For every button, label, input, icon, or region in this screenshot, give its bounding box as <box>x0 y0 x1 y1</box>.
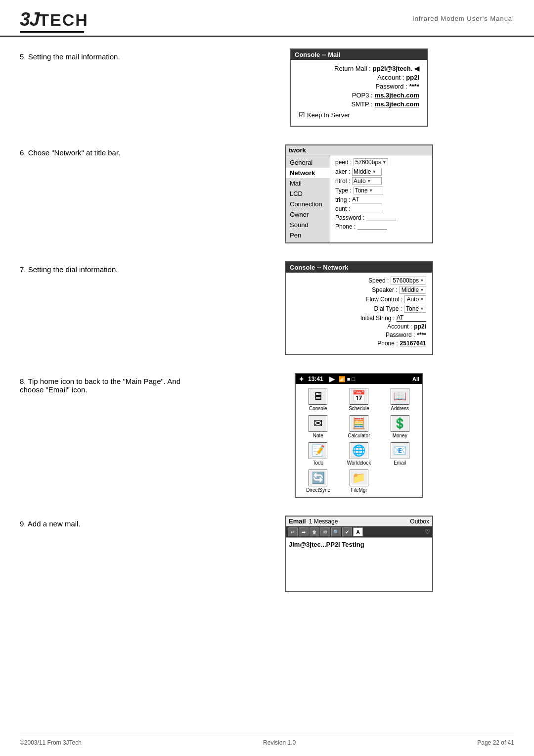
email-list-item[interactable]: Jim@3jtec...PP2I Testing <box>289 541 429 548</box>
cnet-speaker-label: Speaker : <box>372 286 397 293</box>
mail-smtp-value: ms.3jtech.com <box>375 100 419 108</box>
sidebar-owner[interactable]: Owner <box>286 209 330 220</box>
email-toolbar-reply[interactable]: ↵ <box>288 527 298 536</box>
device-screen: ✦ 13:41 ▶ 📶 ■ □ All 🖥 Console 📅 Schedule <box>295 373 423 498</box>
email-toolbar-delete[interactable]: 🗑 <box>310 527 319 536</box>
calculator-icon[interactable]: 🧮 <box>350 415 368 432</box>
cnet-initstring-val[interactable]: AT <box>397 314 426 322</box>
cnet-dialtype-row: Dial Type : Tone ▼ <box>292 305 426 313</box>
device-icon-worldclock[interactable]: 🌐 Worldclock <box>340 442 379 466</box>
cnet-dialtype-val[interactable]: Tone ▼ <box>404 305 426 313</box>
mail-pop3-value: ms.3jtech.com <box>375 92 419 99</box>
email-label: Email <box>394 460 406 466</box>
email-screen-title: Email <box>289 518 306 525</box>
logo-tech: TECH <box>39 10 89 30</box>
step-8-text: 8. Tip home icon to back to the "Main Pa… <box>20 373 188 394</box>
device-icon-calculator[interactable]: 🧮 Calculator <box>340 415 379 438</box>
cnet-account-val: pp2i <box>414 323 426 330</box>
mail-password-value: **** <box>409 83 419 90</box>
step-7-image: Console -- Network Speed : 57600bps ▼ Sp… <box>204 261 514 355</box>
console-mail-body: Return Mail : pp2i@3jtech. ◀ Account : p… <box>291 60 427 126</box>
money-icon[interactable]: 💲 <box>391 415 409 432</box>
email-toolbar-search[interactable]: 🔍 <box>331 527 341 536</box>
sidebar-pen[interactable]: Pen <box>286 230 330 240</box>
cnet-password-row: Password : **** <box>292 331 426 338</box>
mail-account-value: pp2i <box>406 74 419 81</box>
mail-keepinserver-row: ☑ Keep In Server <box>299 111 419 119</box>
worldclock-icon[interactable]: 🌐 <box>350 442 368 459</box>
keepinserver-checkbox[interactable]: ☑ <box>299 111 305 119</box>
logo: 3J TECH <box>20 9 89 33</box>
device-icon-money[interactable]: 💲 Money <box>380 415 419 438</box>
todo-icon[interactable]: 📝 <box>309 442 327 459</box>
device-time: 13:41 <box>308 376 323 382</box>
mail-return-row: Return Mail : pp2i@3jtech. ◀ <box>299 65 419 72</box>
sidebar-connection[interactable]: Connection <box>286 199 330 209</box>
net-account-value[interactable] <box>352 205 382 212</box>
address-icon[interactable]: 📖 <box>391 388 409 405</box>
filemgr-label: FileMgr <box>351 487 367 493</box>
net-dialtype-label: Type : <box>335 187 352 194</box>
mail-password-row: Password : **** <box>299 83 419 90</box>
net-flowcontrol-value[interactable]: Auto ▼ <box>352 177 382 185</box>
network-layout: General Network Mail LCD Connection Owne… <box>286 155 432 242</box>
step-6-image: twork General Network Mail LCD Connectio… <box>204 144 514 243</box>
sidebar-mail[interactable]: Mail <box>286 178 330 189</box>
step-5: 5. Setting the mail information. Console… <box>20 48 514 127</box>
device-battery-icon: ▶ <box>329 375 335 383</box>
mail-pop3-row: POP3 : ms.3jtech.com <box>299 92 419 99</box>
device-icon-note[interactable]: ✉ Note <box>299 415 338 438</box>
device-icon-schedule[interactable]: 📅 Schedule <box>340 388 379 411</box>
cnet-phone-label: Phone : <box>377 340 398 347</box>
step-7-text: 7. Setting the dial information. <box>20 261 188 274</box>
email-toolbar-a[interactable]: A <box>353 527 363 536</box>
logo-3j: 3J <box>20 9 39 30</box>
step-6: 6. Chose "Network" at title bar. twork G… <box>20 144 514 243</box>
sidebar-general[interactable]: General <box>286 157 330 168</box>
email-toolbar-mark[interactable]: ✔ <box>342 527 352 536</box>
schedule-icon[interactable]: 📅 <box>350 388 368 405</box>
net-phone-value[interactable] <box>357 223 387 230</box>
calculator-label: Calculator <box>348 433 370 438</box>
main-content: 5. Setting the mail information. Console… <box>0 37 534 619</box>
net-speed-value[interactable]: 57600bps ▼ <box>354 158 388 166</box>
sidebar-sound[interactable]: Sound <box>286 220 330 230</box>
footer-revision: Revision 1.0 <box>263 739 296 746</box>
net-phone-label: Phone : <box>335 223 356 230</box>
note-icon[interactable]: ✉ <box>309 415 327 432</box>
cnet-speaker-val[interactable]: Middle ▼ <box>400 286 426 294</box>
device-icon-email[interactable]: 📧 Email <box>380 442 419 466</box>
logo-underline <box>20 31 84 33</box>
cnet-flowcontrol-row: Flow Control : Auto ▼ <box>292 295 426 303</box>
cnet-speed-val[interactable]: 57600bps ▼ <box>391 277 426 284</box>
device-icon-address[interactable]: 📖 Address <box>380 388 419 411</box>
net-password-value[interactable] <box>366 214 396 221</box>
mail-return-value: pp2i@3jtech. ◀ <box>373 65 419 72</box>
device-icon-console[interactable]: 🖥 Console <box>299 388 338 411</box>
device-icon-filemgr[interactable]: 📁 FileMgr <box>340 470 379 493</box>
device-icon-directsync[interactable]: 🔄 DirectSync <box>299 470 338 493</box>
net-dialtype-value[interactable]: Tone ▼ <box>354 187 383 194</box>
email-icon[interactable]: 📧 <box>391 442 409 459</box>
net-initstring-value[interactable]: AT <box>352 196 382 203</box>
directsync-label: DirectSync <box>306 487 330 493</box>
filemgr-icon[interactable]: 📁 <box>350 470 368 486</box>
directsync-icon[interactable]: 🔄 <box>309 470 327 486</box>
email-toolbar-compose[interactable]: ✉ <box>320 527 330 536</box>
device-arrow-icon: ✦ <box>299 376 304 383</box>
sidebar-lcd[interactable]: LCD <box>286 189 330 199</box>
step-8-image: ✦ 13:41 ▶ 📶 ■ □ All 🖥 Console 📅 Schedule <box>204 373 514 498</box>
net-speaker-value[interactable]: Middle ▼ <box>352 168 382 176</box>
note-label: Note <box>313 433 323 438</box>
sidebar-network[interactable]: Network <box>286 168 330 178</box>
device-header: ✦ 13:41 ▶ 📶 ■ □ All <box>296 374 422 384</box>
console-icon[interactable]: 🖥 <box>309 388 327 405</box>
cnet-flowcontrol-val[interactable]: Auto ▼ <box>404 295 426 303</box>
mail-account-label: Account : <box>377 74 404 81</box>
email-toolbar-forward[interactable]: ➡ <box>299 527 309 536</box>
network-sidebar: General Network Mail LCD Connection Owne… <box>286 155 330 242</box>
net-password-label: Password : <box>335 214 364 221</box>
net-account-label: ount : <box>335 205 350 212</box>
device-icon-todo[interactable]: 📝 Todo <box>299 442 338 466</box>
mail-smtp-label: SMTP : <box>352 100 373 108</box>
